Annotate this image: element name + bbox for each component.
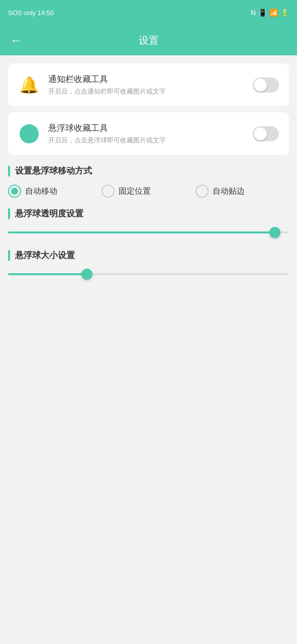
content: 🔔 通知栏收藏工具 开启后，点击通知栏即可收藏图片或文字 悬浮球收藏工具 开启后… [0,55,297,299]
back-button[interactable]: ← [10,34,22,46]
move-mode-header: 设置悬浮球移动方式 [8,165,289,177]
size-slider-wrap [8,269,289,279]
transparency-slider-wrap [8,227,289,237]
radio-circle-auto-move[interactable] [8,185,21,198]
radio-label-edge: 自动贴边 [213,186,245,197]
notification-icon-wrap: 🔔 [18,74,40,96]
battery-icon: 🔋 [280,9,289,17]
move-mode-border [8,166,10,177]
floating-ball-title: 悬浮球收藏工具 [48,122,245,134]
radio-circle-edge[interactable] [195,185,209,198]
notification-tool-card: 🔔 通知栏收藏工具 开启后，点击通知栏即可收藏图片或文字 [8,63,289,106]
transparency-header: 悬浮球透明度设置 [8,208,289,219]
floating-ball-card: 悬浮球收藏工具 开启后，点击悬浮球即可收藏图片或文字 [8,112,289,155]
floating-ball-toggle[interactable] [253,126,279,141]
nfc-icon: N [251,9,256,17]
notification-tool-text: 通知栏收藏工具 开启后，点击通知栏即可收藏图片或文字 [48,73,245,96]
notification-tool-title: 通知栏收藏工具 [48,73,245,85]
status-text: SOS only 14:50 [8,9,54,17]
notification-toggle-wrap[interactable] [253,77,279,93]
top-bar: ← 设置 [0,25,297,55]
floating-ball-icon-wrap [18,123,40,145]
notification-toggle[interactable] [253,77,279,93]
radio-label-auto-move: 自动移动 [25,186,57,197]
transparency-title: 悬浮球透明度设置 [15,208,83,219]
page-title: 设置 [139,34,159,47]
move-mode-options: 自动移动 固定位置 自动贴边 [8,185,289,198]
radio-circle-fixed[interactable] [102,185,115,198]
status-icons: N 📳 📶 🔋 [251,9,289,17]
floating-ball-desc: 开启后，点击悬浮球即可收藏图片或文字 [48,136,245,145]
notification-tool-desc: 开启后，点击通知栏即可收藏图片或文字 [48,87,245,96]
vibrate-icon: 📳 [258,9,267,17]
size-border [8,250,10,261]
wifi-icon: 📶 [269,9,278,17]
size-header: 悬浮球大小设置 [8,250,289,261]
transparency-border [8,208,10,219]
bell-icon: 🔔 [19,75,39,95]
floating-ball-toggle-wrap[interactable] [253,126,279,141]
radio-option-edge[interactable]: 自动贴边 [195,185,289,198]
status-left: SOS only 14:50 [8,9,54,17]
radio-option-fixed[interactable]: 固定位置 [102,185,195,198]
floating-ball-text: 悬浮球收藏工具 开启后，点击悬浮球即可收藏图片或文字 [48,122,245,145]
radio-inner-auto-move [11,188,18,195]
radio-label-fixed: 固定位置 [119,186,151,197]
status-bar: SOS only 14:50 N 📳 📶 🔋 [0,0,297,25]
size-title: 悬浮球大小设置 [15,250,75,261]
floating-ball-icon [20,124,39,143]
radio-option-auto-move[interactable]: 自动移动 [8,185,102,198]
move-mode-title: 设置悬浮球移动方式 [15,165,92,177]
